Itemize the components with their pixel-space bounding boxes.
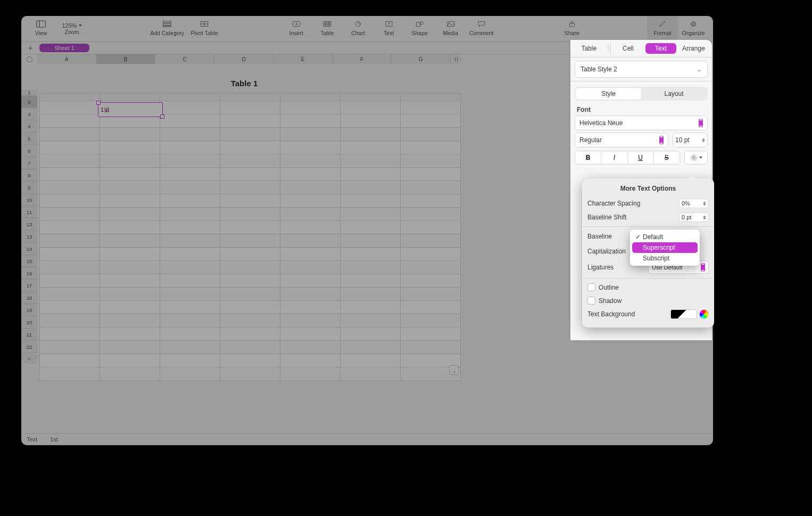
char-spacing-stepper[interactable]: 0% [679,199,709,208]
pivot-table-button[interactable]: Pivot Table [187,16,221,39]
row-head[interactable]: 2 [21,96,37,108]
popover-arrow [687,174,696,178]
tab-arrange[interactable]: Arrange [678,43,709,54]
row-head[interactable]: 5 [21,133,37,145]
resize-corner-handle[interactable]: ⌟ [449,365,459,375]
font-weight-select[interactable]: Regular [575,133,668,148]
bold-button[interactable]: B [575,151,601,164]
status-mode: Text [27,436,37,443]
data-table[interactable] [39,93,461,381]
row-head[interactable]: 19 [21,304,37,316]
svg-line-35 [692,159,693,160]
text-style-select[interactable]: Table Style 2 ⌄ [575,61,708,78]
row-head[interactable]: 21 [21,329,37,341]
row-head[interactable]: 10 [21,194,37,206]
shape-button[interactable]: Shape [404,16,435,39]
tab-text[interactable]: Text [645,43,676,54]
row-head[interactable]: 17 [21,280,37,292]
insert-button[interactable]: Insert [281,16,312,39]
col-head-a[interactable]: A [37,54,96,64]
chevron-down-icon: ⌄ [697,65,702,73]
style-layout-segment[interactable]: Style Layout [575,87,708,101]
format-button[interactable]: Format [647,16,678,39]
row-head[interactable]: 9 [21,182,37,194]
row-head[interactable]: 12 [21,218,37,231]
add-column-handle[interactable] [451,54,461,64]
baseline-option-superscript[interactable]: Superscript [632,242,698,253]
underline-button[interactable]: U [628,151,654,164]
add-category-button[interactable]: Add Category [147,16,187,39]
seg-layout[interactable]: Layout [641,88,707,100]
row-head[interactable]: 4 [21,120,37,133]
tab-cell[interactable]: Cell [613,43,643,54]
baseline-option-subscript[interactable]: Subscript [632,253,698,264]
col-head-f[interactable]: F [333,54,392,64]
svg-rect-3 [163,23,171,25]
view-button[interactable]: View [26,16,56,39]
svg-point-28 [693,157,695,159]
row-head[interactable]: 11 [21,206,37,218]
outline-checkbox[interactable] [587,283,595,291]
color-wheel-button[interactable] [699,309,709,319]
editing-cell[interactable]: 1st [98,102,163,117]
zoom-label: Zoom [65,29,79,35]
font-size-stepper[interactable]: 10 pt [673,133,708,148]
col-head-g[interactable]: G [392,54,451,64]
row-head[interactable]: 8 [21,169,37,182]
check-icon: ✓ [635,233,641,241]
row-head[interactable]: 22 [21,341,37,353]
organize-button[interactable]: Organize [678,16,709,39]
font-family-select[interactable]: Helvetica Neue [575,116,708,130]
text-bg-swatch[interactable] [670,309,697,319]
svg-line-33 [692,155,693,157]
table-title[interactable]: Table 1 [39,66,449,93]
baseline-shift-label: Baseline Shift [587,214,626,221]
comment-button[interactable]: Comment [466,16,497,39]
row-head[interactable]: 1 [21,89,37,96]
add-sheet-button[interactable]: + [26,43,35,53]
col-head-c[interactable]: C [155,54,214,64]
italic-button[interactable]: I [601,151,627,164]
shadow-label: Shadow [599,297,622,305]
sheet-tab[interactable]: Sheet 1 [39,44,89,52]
table-button[interactable]: Table [312,16,343,39]
ligatures-label: Ligatures [587,264,614,271]
row-head[interactable]: 13 [21,231,37,243]
selection-handle[interactable] [96,101,101,105]
zoom-button[interactable]: 125% Zoom [56,16,87,39]
col-head-e[interactable]: E [274,54,333,64]
strike-button[interactable]: S [654,151,680,164]
sidebar-icon [36,19,46,29]
row-head[interactable]: 3 [21,108,37,120]
col-head-b[interactable]: B [96,54,155,64]
select-all-corner[interactable] [21,54,37,64]
row-head[interactable]: 15 [21,255,37,267]
row-head[interactable]: 6 [21,145,37,157]
svg-line-34 [695,159,696,160]
row-head[interactable]: 7 [21,157,37,169]
char-spacing-label: Character Spacing [587,200,640,207]
selection-handle[interactable] [160,114,164,119]
row-head[interactable]: 16 [21,267,37,280]
row-head[interactable]: 14 [21,243,37,255]
tab-table[interactable]: Table [574,43,604,54]
row-head[interactable]: 20 [21,316,37,329]
baseline-shift-stepper[interactable]: 0 pt [679,212,709,222]
add-row-handle[interactable] [21,354,37,364]
more-text-options-button[interactable] [684,151,708,165]
row-head[interactable]: 18 [21,292,37,304]
media-icon [446,19,455,29]
baseline-option-default[interactable]: ✓Default [632,232,698,242]
col-head-d[interactable]: D [214,54,274,64]
comment-icon [477,19,486,29]
share-button[interactable]: Share [557,16,587,39]
chart-button[interactable]: Chart [343,16,374,39]
svg-line-36 [695,155,696,157]
shadow-checkbox[interactable] [587,297,595,305]
status-bar: Text 1st [21,433,713,445]
text-button[interactable]: TText [374,16,404,39]
media-button[interactable]: Media [435,16,466,39]
stepper-icon [702,138,705,142]
seg-style[interactable]: Style [576,88,641,100]
share-icon [567,19,577,29]
